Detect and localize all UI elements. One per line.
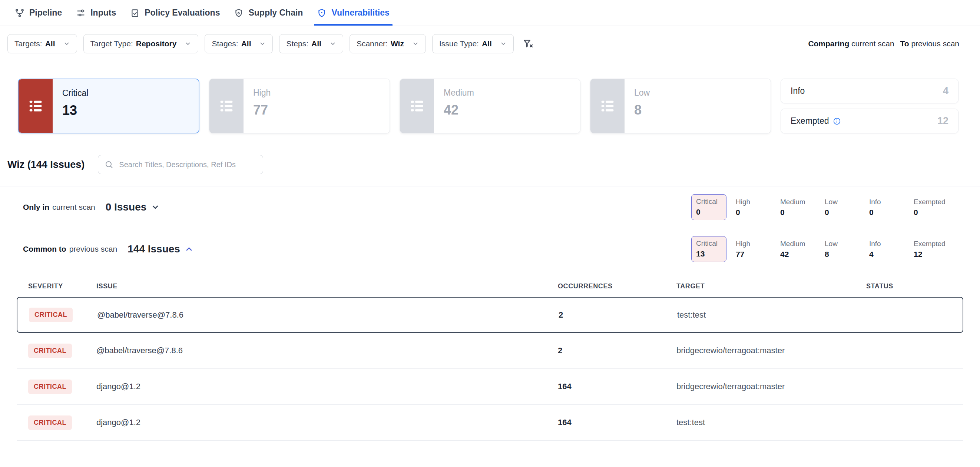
issue-name: @babel/traverse@7.8.6 (85, 346, 546, 356)
col-issue: ISSUE (85, 283, 546, 290)
occurrences: 2 (547, 310, 666, 320)
target: test:test (665, 418, 855, 427)
tab-label: Inputs (91, 8, 116, 18)
section-prefix: Only in (23, 203, 49, 211)
chevron-down-icon (259, 40, 266, 47)
severity-card-value: 42 (444, 102, 474, 118)
issue-name: django@1.2 (85, 418, 546, 427)
filter-target-type[interactable]: Target Type: Repository (83, 34, 199, 53)
filter-stages[interactable]: Stages: All (205, 34, 273, 53)
table-row[interactable]: CRITICAL @babel/traverse@7.8.6 2 bridgec… (17, 333, 963, 369)
tab-pipeline[interactable]: Pipeline (10, 0, 67, 25)
tab-inputs[interactable]: Inputs (71, 0, 121, 25)
info-icon[interactable] (833, 117, 841, 125)
filter-targets[interactable]: Targets: All (7, 34, 77, 53)
count-info[interactable]: Info 0 (869, 198, 914, 217)
chevron-down-icon (185, 40, 191, 47)
search-input[interactable] (98, 155, 263, 174)
chevron-down-icon (151, 203, 160, 211)
count-exempted[interactable]: Exempted 0 (914, 198, 958, 217)
section-scope: current scan (52, 203, 95, 211)
count-label: Info (869, 198, 914, 206)
scanner-header-row: Wiz (144 Issues) (0, 133, 980, 186)
severity-list-icon (590, 79, 625, 133)
severity-badge: CRITICAL (28, 380, 72, 394)
severity-card-high[interactable]: High 77 (209, 79, 390, 133)
filter-issue-type[interactable]: Issue Type: All (432, 34, 514, 53)
chevron-down-icon (500, 40, 507, 47)
col-target: TARGET (665, 283, 855, 290)
search-wrap (98, 155, 263, 174)
section-scope: previous scan (69, 245, 118, 254)
count-value: 8 (825, 250, 869, 259)
clear-filters-icon[interactable] (523, 38, 533, 49)
section-issues-count: 144 Issues (127, 243, 180, 255)
tab-vulnerabilities[interactable]: Vulnerabilities (312, 0, 395, 25)
severity-card-critical[interactable]: Critical 13 (18, 79, 199, 133)
severity-card-value: 77 (253, 102, 270, 118)
count-low[interactable]: Low 8 (825, 240, 869, 259)
filter-steps[interactable]: Steps: All (279, 34, 343, 53)
tab-label: Pipeline (29, 8, 62, 18)
count-high[interactable]: High 77 (736, 240, 780, 259)
count-label: Info (869, 240, 914, 248)
top-tab-bar: Pipeline Inputs Policy Evaluations Suppl… (0, 0, 980, 26)
chevron-down-icon (329, 40, 336, 47)
severity-card-info[interactable]: Info 4 (781, 79, 958, 103)
scanner-title: Wiz (144 Issues) (7, 159, 84, 170)
severity-card-value: 12 (937, 115, 948, 127)
issue-name: @babel/traverse@7.8.6 (86, 310, 547, 320)
filter-label: Targets: (14, 39, 42, 48)
col-status: STATUS (855, 283, 963, 290)
filter-label: Steps: (286, 39, 309, 48)
severity-card-value: 13 (62, 103, 88, 118)
chevron-up-icon (185, 245, 194, 254)
count-critical[interactable]: Critical 13 (691, 236, 727, 262)
section-issues-count: 0 Issues (106, 201, 147, 213)
count-value: 0 (696, 208, 726, 216)
chevron-down-icon (64, 40, 70, 47)
occurrences: 164 (546, 382, 665, 391)
count-low[interactable]: Low 0 (825, 198, 869, 217)
count-label: Critical (696, 240, 726, 248)
section-issues-toggle[interactable]: 0 Issues (106, 201, 160, 213)
tab-label: Vulnerabilities (331, 8, 389, 18)
count-value: 0 (780, 208, 825, 217)
severity-card-label: High (253, 88, 270, 98)
severity-badge: CRITICAL (28, 343, 72, 358)
count-medium[interactable]: Medium 0 (780, 198, 825, 217)
table-row[interactable]: CRITICAL @babel/traverse@7.8.6 2 test:te… (17, 297, 963, 333)
severity-card-exempted[interactable]: Exempted 12 (781, 109, 958, 133)
table-row[interactable]: CRITICAL django@1.2 164 test:test (17, 405, 963, 441)
severity-card-value: 4 (943, 85, 948, 97)
count-critical[interactable]: Critical 0 (691, 194, 727, 220)
target: test:test (666, 310, 856, 320)
count-info[interactable]: Info 4 (869, 240, 914, 259)
comparing-label: Comparing (808, 39, 849, 48)
count-medium[interactable]: Medium 42 (780, 240, 825, 259)
section-only-current-scan: Only in current scan 0 Issues Critical 0… (0, 186, 980, 228)
issues-table: SEVERITY ISSUE OCCURRENCES TARGET STATUS… (0, 275, 980, 441)
count-label: High (736, 198, 780, 206)
count-high[interactable]: High 0 (736, 198, 780, 217)
count-exempted[interactable]: Exempted 12 (914, 240, 958, 259)
table-row[interactable]: CRITICAL django@1.2 164 bridgecrewio/ter… (17, 369, 963, 405)
count-value: 77 (736, 250, 780, 259)
filter-bar: Targets: All Target Type: Repository Sta… (0, 26, 980, 60)
inputs-icon (76, 8, 86, 18)
severity-card-low[interactable]: Low 8 (590, 79, 771, 133)
count-value: 4 (869, 250, 914, 259)
severity-card-label: Low (634, 88, 650, 98)
filter-value: All (311, 39, 321, 48)
section-severity-counts: Critical 0 High 0 Medium 0 Low 0 Info 0 … (691, 197, 958, 217)
count-value: 13 (696, 249, 726, 258)
count-value: 0 (914, 208, 958, 217)
comparing-to-label: To (900, 39, 909, 48)
filter-label: Issue Type: (439, 39, 479, 48)
tab-supply-chain[interactable]: Supply Chain (229, 0, 308, 25)
tab-policy-evaluations[interactable]: Policy Evaluations (125, 0, 225, 25)
section-issues-toggle[interactable]: 144 Issues (127, 243, 194, 255)
severity-card-medium[interactable]: Medium 42 (399, 79, 581, 133)
severity-card-label: Critical (62, 88, 88, 98)
filter-scanner[interactable]: Scanner: Wiz (350, 34, 426, 53)
